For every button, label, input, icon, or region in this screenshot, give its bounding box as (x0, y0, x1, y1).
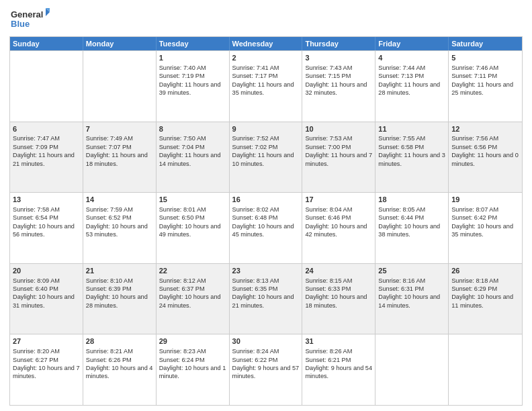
day-number: 22 (159, 266, 226, 276)
day-number: 31 (305, 336, 372, 347)
day-of-week-header: Thursday (302, 37, 375, 50)
day-info-line: Sunrise: 7:40 AM (159, 64, 206, 71)
day-number: 24 (305, 266, 372, 276)
day-of-week-header: Wednesday (230, 37, 303, 50)
day-info-line: Sunset: 7:02 PM (232, 144, 278, 150)
day-info-line: Daylight: 10 hours and 21 minutes. (232, 293, 294, 308)
empty-cell (10, 51, 83, 122)
calendar-row: 1Sunrise: 7:40 AMSunset: 7:19 PMDaylight… (10, 50, 522, 122)
day-of-week-header: Monday (83, 37, 157, 50)
day-info-line: Sunrise: 8:16 AM (378, 277, 425, 284)
day-info-line: Sunrise: 7:46 AM (451, 64, 498, 71)
day-info-line: Sunrise: 8:05 AM (378, 206, 425, 213)
day-number: 27 (13, 336, 80, 347)
day-number: 20 (13, 266, 80, 276)
calendar-day-cell: 25Sunrise: 8:16 AMSunset: 6:31 PMDayligh… (375, 264, 449, 334)
day-info-line: Sunset: 6:40 PM (13, 285, 58, 292)
svg-text:Blue: Blue (11, 19, 30, 29)
day-number: 23 (232, 266, 300, 276)
day-info-line: Sunset: 6:54 PM (13, 214, 58, 221)
day-info-line: Sunrise: 7:47 AM (13, 135, 60, 142)
day-info-line: Sunset: 6:46 PM (305, 214, 351, 221)
day-number: 18 (378, 195, 445, 205)
day-info-line: Daylight: 10 hours and 45 minutes. (232, 223, 294, 238)
day-number: 12 (451, 124, 519, 134)
day-info-line: Sunset: 6:22 PM (232, 357, 278, 363)
day-info-line: Sunset: 7:00 PM (305, 144, 351, 150)
day-info-line: Sunset: 6:21 PM (305, 357, 351, 363)
day-info-line: Sunset: 6:37 PM (159, 285, 205, 292)
calendar-day-cell: 19Sunrise: 8:07 AMSunset: 6:42 PMDayligh… (449, 193, 522, 263)
calendar-day-cell: 7Sunrise: 7:49 AMSunset: 7:07 PMDaylight… (83, 122, 157, 193)
day-info-line: Daylight: 10 hours and 49 minutes. (159, 223, 221, 238)
day-info-line: Sunset: 6:50 PM (159, 214, 205, 221)
day-info-line: Sunset: 6:24 PM (159, 357, 205, 363)
day-info-line: Sunrise: 7:56 AM (451, 135, 498, 142)
day-info-line: Sunset: 7:04 PM (159, 144, 205, 150)
calendar-day-cell: 17Sunrise: 8:04 AMSunset: 6:46 PMDayligh… (302, 193, 375, 263)
day-number: 4 (378, 53, 445, 63)
day-info-line: Sunrise: 8:15 AM (305, 277, 352, 284)
day-info-line: Sunset: 6:39 PM (86, 285, 132, 292)
day-info-line: Daylight: 11 hours and 7 minutes. (305, 152, 372, 167)
calendar-day-cell: 18Sunrise: 8:05 AMSunset: 6:44 PMDayligh… (375, 193, 449, 263)
day-info-line: Daylight: 10 hours and 11 minutes. (451, 293, 513, 308)
day-info-line: Daylight: 10 hours and 7 minutes. (13, 365, 80, 379)
day-info-line: Daylight: 10 hours and 53 minutes. (86, 223, 148, 238)
day-info-line: Sunrise: 7:59 AM (86, 206, 133, 213)
calendar-day-cell: 8Sunrise: 7:50 AMSunset: 7:04 PMDaylight… (157, 122, 230, 193)
day-number: 28 (86, 336, 153, 347)
day-number: 30 (232, 336, 300, 347)
day-number: 15 (159, 195, 226, 205)
calendar-day-cell: 21Sunrise: 8:10 AMSunset: 6:39 PMDayligh… (83, 264, 157, 334)
calendar-row: 20Sunrise: 8:09 AMSunset: 6:40 PMDayligh… (10, 263, 522, 334)
svg-text:General: General (11, 9, 43, 19)
day-number: 7 (86, 124, 153, 134)
calendar-day-cell: 30Sunrise: 8:24 AMSunset: 6:22 PMDayligh… (230, 334, 303, 405)
day-info-line: Daylight: 11 hours and 0 minutes. (451, 152, 519, 167)
calendar-day-cell: 9Sunrise: 7:52 AMSunset: 7:02 PMDaylight… (230, 122, 303, 193)
day-info-line: Daylight: 11 hours and 28 minutes. (378, 81, 440, 96)
day-of-week-header: Friday (375, 37, 449, 50)
calendar-day-cell: 6Sunrise: 7:47 AMSunset: 7:09 PMDaylight… (10, 122, 83, 193)
day-info-line: Daylight: 10 hours and 56 minutes. (13, 223, 75, 238)
day-info-line: Sunset: 7:19 PM (159, 73, 205, 79)
calendar-day-cell: 11Sunrise: 7:55 AMSunset: 6:58 PMDayligh… (375, 122, 449, 193)
calendar-header: SundayMondayTuesdayWednesdayThursdayFrid… (10, 37, 522, 50)
day-info-line: Daylight: 10 hours and 18 minutes. (305, 293, 367, 308)
day-info-line: Daylight: 11 hours and 14 minutes. (159, 152, 221, 167)
day-info-line: Sunset: 6:48 PM (232, 214, 278, 221)
day-info-line: Sunset: 7:17 PM (232, 73, 278, 79)
day-info-line: Sunset: 6:26 PM (86, 357, 132, 363)
day-of-week-header: Tuesday (157, 37, 230, 50)
day-number: 9 (232, 124, 300, 134)
calendar-day-cell: 1Sunrise: 7:40 AMSunset: 7:19 PMDaylight… (157, 51, 230, 122)
day-info-line: Daylight: 11 hours and 32 minutes. (305, 81, 367, 96)
day-info-line: Daylight: 11 hours and 10 minutes. (232, 152, 294, 167)
day-number: 13 (13, 195, 80, 205)
day-info-line: Sunrise: 8:02 AM (232, 206, 279, 213)
day-info-line: Sunrise: 8:10 AM (86, 277, 133, 284)
day-info-line: Sunrise: 7:49 AM (86, 135, 133, 142)
day-info-line: Sunset: 6:58 PM (378, 144, 424, 150)
logo-svg: General Blue (9, 7, 50, 32)
day-info-line: Daylight: 10 hours and 42 minutes. (305, 223, 367, 238)
calendar-row: 13Sunrise: 7:58 AMSunset: 6:54 PMDayligh… (10, 192, 522, 263)
calendar-day-cell: 10Sunrise: 7:53 AMSunset: 7:00 PMDayligh… (302, 122, 375, 193)
calendar-day-cell: 31Sunrise: 8:26 AMSunset: 6:21 PMDayligh… (302, 334, 375, 405)
day-info-line: Sunset: 6:44 PM (378, 214, 424, 221)
day-info-line: Sunrise: 7:55 AM (378, 135, 425, 142)
day-info-line: Sunrise: 7:52 AM (232, 135, 279, 142)
logo: General Blue (9, 7, 50, 32)
day-info-line: Sunset: 6:27 PM (13, 357, 58, 363)
day-info-line: Sunset: 6:31 PM (378, 285, 424, 292)
day-info-line: Daylight: 11 hours and 18 minutes. (86, 152, 148, 167)
calendar-day-cell: 23Sunrise: 8:13 AMSunset: 6:35 PMDayligh… (230, 264, 303, 334)
calendar: SundayMondayTuesdayWednesdayThursdayFrid… (9, 36, 523, 406)
day-info-line: Daylight: 11 hours and 25 minutes. (451, 81, 513, 96)
day-info-line: Daylight: 10 hours and 24 minutes. (159, 293, 221, 308)
day-info-line: Sunset: 6:42 PM (451, 214, 497, 221)
day-info-line: Sunrise: 8:04 AM (305, 206, 352, 213)
day-info-line: Daylight: 11 hours and 39 minutes. (159, 81, 221, 96)
day-info-line: Daylight: 9 hours and 57 minutes. (232, 365, 300, 379)
